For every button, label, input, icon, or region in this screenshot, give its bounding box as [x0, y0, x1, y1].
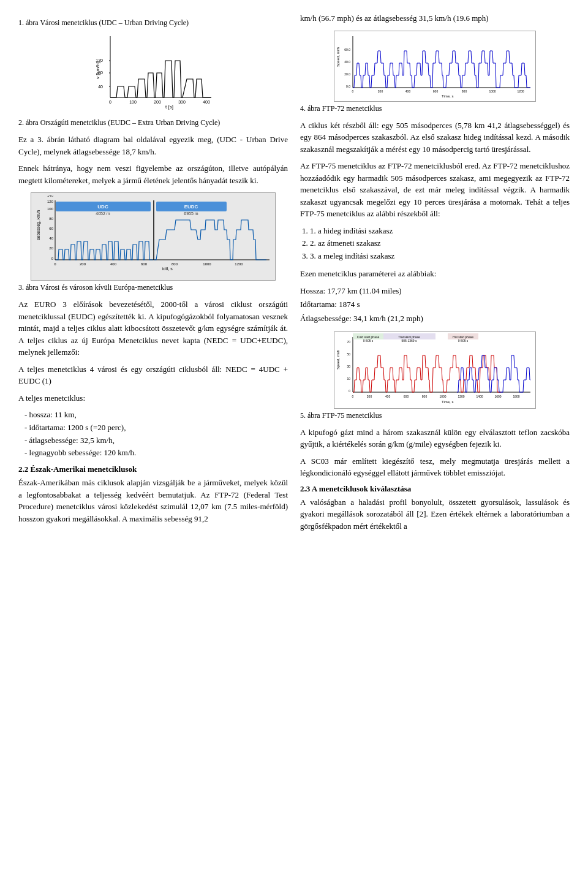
svg-text:20: 20 [49, 246, 53, 250]
svg-text:60.0: 60.0 [344, 48, 350, 51]
list-item: - legnagyobb sebessége: 120 km/h. [24, 447, 288, 460]
udc-chart: v [km/h] 40 80 120 0 100 200 300 400 t [… [92, 30, 214, 110]
fig5-caption: 5. ábra FTP-75 menetciklus [300, 411, 570, 420]
ftp75-para: A kipufogó gázt mind a három szakasznál … [300, 426, 570, 450]
param-time: Időtartama: 1874 s [300, 298, 570, 311]
svg-text:1000: 1000 [203, 262, 211, 266]
list-item: - hossza: 11 km, [24, 409, 288, 422]
svg-text:1400: 1400 [476, 395, 483, 398]
svg-text:1600: 1600 [494, 395, 501, 398]
ftp75-params: Hossza: 17,77 km (11.04 miles) Időtartam… [300, 284, 570, 325]
svg-text:800: 800 [462, 89, 467, 93]
fig2-caption: 2. ábra Országúti menetciklus (EUDC – Ex… [18, 118, 288, 127]
svg-text:t [s]: t [s] [165, 104, 173, 110]
svg-text:4052 m: 4052 m [96, 211, 110, 216]
para-na: Észak-Amerikában más ciklusok alapján vi… [18, 477, 288, 525]
para1: Ez a 3. ábrán látható diagram bal oldalá… [18, 134, 288, 157]
svg-text:120: 120 [96, 58, 103, 63]
svg-text:6955 m: 6955 m [184, 211, 198, 216]
svg-text:300: 300 [178, 100, 186, 104]
svg-text:100: 100 [47, 207, 54, 211]
svg-text:20.0: 20.0 [344, 72, 350, 76]
svg-text:UDC: UDC [97, 204, 108, 210]
nedc-chart: sebesség, km/h 0 20 40 60 80 100 120 140… [34, 195, 273, 275]
para-sel: A valóságban a haladási profil bonyolult… [300, 496, 570, 532]
ftp75-chart: Speed, mi/h 0 10 30 50 70 0 200 400 600 … [334, 332, 537, 406]
svg-text:40.0: 40.0 [344, 60, 350, 64]
svg-text:1200: 1200 [235, 262, 243, 266]
svg-text:600: 600 [433, 89, 439, 93]
figure-1: 1. ábra Városi menetciklus (UDC – Urban … [18, 18, 288, 112]
svg-text:400: 400 [110, 262, 117, 266]
fig3-caption: 3. ábra Városi és városon kívüli Európa-… [18, 283, 288, 292]
svg-text:80: 80 [98, 70, 103, 75]
svg-text:idő, s: idő, s [162, 267, 173, 271]
list-item: 3. a meleg indítási szakasz [310, 250, 570, 263]
svg-text:505-1369 s: 505-1369 s [401, 339, 417, 343]
svg-text:Time, s: Time, s [442, 400, 453, 404]
svg-text:0: 0 [352, 395, 354, 398]
list-item: 2. az átmeneti szakasz [310, 237, 570, 250]
svg-text:600: 600 [404, 395, 409, 398]
svg-text:0: 0 [54, 262, 56, 266]
svg-text:100: 100 [129, 100, 137, 104]
param-avg: Átlagsebessége: 34,1 km/h (21,2 mph) [300, 312, 570, 325]
sc03-para: A SC03 már említett kiegészítő tesz, mel… [300, 455, 570, 479]
list-item: 1. a hideg indítási szakasz [310, 225, 570, 238]
svg-text:Speed, mi/h: Speed, mi/h [336, 47, 340, 66]
svg-text:400: 400 [203, 100, 210, 104]
section22-heading: 2.2 Észak-Amerikai menetciklusok [18, 464, 288, 474]
params-intro: Ezen menetciklus paraméterei az alábbiak… [300, 268, 570, 280]
speed-text: km/h (56.7 mph) és az átlagsebesség 31,5… [300, 12, 570, 25]
list-item: - átlagsebessége: 32,5 km/h, [24, 434, 288, 447]
section23-heading: 2.3 A menetciklusok kiválasztása [300, 484, 570, 494]
svg-text:40: 40 [49, 237, 53, 240]
nedc-list-intro: A teljes menetciklus: [18, 392, 288, 404]
svg-text:0-505 s: 0-505 s [363, 339, 374, 343]
svg-text:Time, s: Time, s [442, 94, 453, 98]
svg-text:200: 200 [367, 395, 372, 398]
svg-text:400: 400 [385, 395, 391, 398]
nedc-items: - hossza: 11 km,- időtartama: 1200 s (=2… [18, 409, 288, 460]
ftp75-intro: Az FTP-75 menetciklus az FTP-72 menetcik… [300, 160, 570, 220]
figure-5: Speed, mi/h 0 10 30 50 70 0 200 400 600 … [300, 331, 570, 420]
list-item: - időtartama: 1200 s (=20 perc), [24, 422, 288, 434]
figure-3: sebesség, km/h 0 20 40 60 80 100 120 140… [18, 192, 288, 292]
svg-text:0: 0 [349, 389, 350, 393]
svg-text:200: 200 [378, 89, 383, 93]
svg-text:200: 200 [80, 262, 86, 266]
figure-2: 2. ábra Országúti menetciklus (EUDC – Ex… [18, 118, 288, 127]
figure-4: Speed, mi/h 0.0 20.0 40.0 60.0 0 200 400… [300, 31, 570, 113]
svg-text:sebesség, km/h: sebesség, km/h [36, 210, 41, 240]
svg-text:800: 800 [422, 395, 428, 398]
ftp72-chart: Speed, mi/h 0.0 20.0 40.0 60.0 0 200 400… [334, 31, 537, 99]
nedc-intro: A teljes menetciklus 4 városi és egy ors… [18, 363, 288, 387]
svg-text:10: 10 [347, 377, 350, 381]
fig4-caption: 4. ábra FTP-72 menetciklus [300, 104, 570, 113]
svg-text:40: 40 [98, 85, 103, 89]
svg-text:1000: 1000 [489, 89, 496, 93]
svg-text:200: 200 [154, 100, 161, 104]
ftp75-list: 1. a hideg indítási szakasz2. az átmenet… [310, 225, 570, 263]
svg-text:1200: 1200 [458, 395, 464, 398]
param-length: Hossza: 17,77 km (11.04 miles) [300, 284, 570, 298]
svg-text:EUDC: EUDC [184, 204, 198, 210]
svg-text:600: 600 [141, 262, 148, 266]
svg-text:1000: 1000 [439, 395, 446, 398]
euro3-para: Az EURO 3 előírások bevezetésétől, 2000-… [18, 298, 288, 358]
svg-text:70: 70 [347, 340, 350, 344]
svg-text:Speed, mi/h: Speed, mi/h [336, 350, 340, 369]
svg-text:50: 50 [347, 352, 350, 356]
svg-text:30: 30 [347, 365, 350, 368]
svg-text:140: 140 [47, 195, 54, 197]
svg-text:0: 0 [352, 89, 354, 93]
svg-text:80: 80 [49, 217, 53, 221]
svg-text:120: 120 [47, 200, 54, 203]
svg-text:1200: 1200 [517, 89, 524, 93]
svg-text:60: 60 [49, 227, 53, 230]
svg-text:0: 0 [109, 100, 111, 104]
svg-text:0: 0 [51, 257, 54, 260]
svg-text:800: 800 [172, 262, 178, 266]
svg-text:400: 400 [405, 89, 411, 93]
fig1-caption: 1. ábra Városi menetciklus (UDC – Urban … [18, 18, 288, 28]
